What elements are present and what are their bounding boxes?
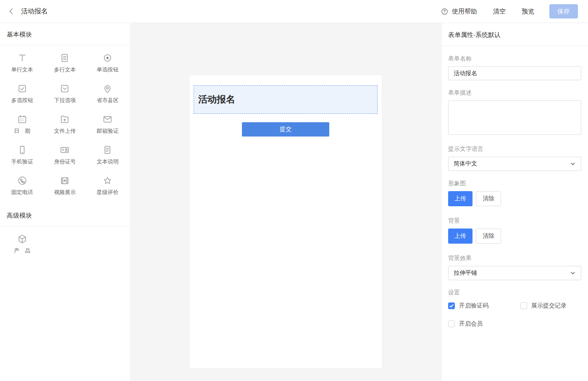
preview-button[interactable]: 预览 [522,8,534,16]
form-name-input[interactable] [448,66,581,80]
calendar-icon [17,114,28,125]
module-item-date[interactable]: 日 期 [1,109,44,139]
module-label: 单行文本 [11,66,33,74]
back-icon[interactable] [7,7,16,16]
submit-button[interactable]: 提交 [242,122,329,137]
module-label: 星级评价 [97,189,118,196]
question-circle-icon [441,8,449,16]
form-name-group: 表单名称 [448,55,581,80]
language-group: 提示文字语言 简体中文 [448,145,581,171]
module-item-product[interactable]: 产 品 [1,229,44,259]
module-label: 邮箱验证 [97,127,118,135]
video-icon [59,175,70,186]
module-label: 多选按钮 [11,97,33,104]
form-title-text: 活动报名 [198,93,235,106]
setting-checkbox-2[interactable]: 开启会员 [448,320,520,328]
module-item-email-verify[interactable]: 邮箱验证 [86,109,129,139]
language-select[interactable]: 简体中文 [448,157,581,171]
module-item-radio-button[interactable]: 单选按钮 [86,47,129,78]
help-button[interactable]: 使用帮助 [441,8,477,16]
module-item-region[interactable]: 省市县区 [86,78,129,109]
form-title-block-selected[interactable]: 活动报名 [194,85,378,114]
dropdown-icon [59,83,70,94]
module-item-id-number[interactable]: 身份证号 [44,139,87,170]
setting-checkbox-0[interactable]: 开启验证码 [448,302,520,310]
topbar-left: 活动报名 [7,7,48,16]
clear-button[interactable]: 清空 [493,8,506,16]
module-item-file-upload[interactable]: 文件上传 [44,109,87,139]
image-group: 形象图 上传 清除 [448,180,581,206]
setting-checkbox-1[interactable]: 展示提交记录 [520,302,581,310]
topbar-actions: 使用帮助 清空 预览 保存 [441,4,578,18]
image-upload-button[interactable]: 上传 [448,191,472,206]
mobile-phone-icon [17,145,28,155]
envelope-icon [102,114,113,125]
module-label: 单选按钮 [97,66,118,74]
checkbox-icon [17,83,28,94]
form-desc-group: 表单描述 [448,89,581,137]
background-upload-button[interactable]: 上传 [448,229,472,244]
cube-icon [17,234,28,244]
module-item-text-note[interactable]: 文本说明 [86,139,129,170]
module-item-single-line-text[interactable]: 单行文本 [1,47,44,78]
module-label: 下拉选项 [54,97,76,104]
setting-checkbox-label: 开启验证码 [459,302,488,310]
document-icon [102,145,113,155]
bg-effect-select[interactable]: 拉伸平铺 [448,266,581,280]
location-pin-icon [102,83,113,94]
setting-checkbox-label: 展示提交记录 [531,302,567,310]
bg-effect-label: 背景效果 [448,255,581,262]
module-label: 固定电话 [11,189,33,196]
telephone-icon [17,175,28,186]
basic-modules-grid: 单行文本多行文本单选按钮多选按钮下拉选项省市县区日 期文件上传邮箱验证手机验证身… [0,45,130,204]
checkbox-checked-icon[interactable] [448,302,455,309]
form-name-label: 表单名称 [448,55,581,63]
module-item-dropdown[interactable]: 下拉选项 [44,78,87,109]
basic-modules-heading: 基本模块 [0,23,130,45]
chevron-down-icon [570,270,576,276]
module-label: 日 期 [14,127,30,135]
module-item-telephone[interactable]: 固定电话 [1,170,44,201]
properties-panel: 表单属性-系统默认 表单名称 表单描述 提示文字语言 简体中文 形象图 上传 清… [441,23,588,381]
settings-group: 设置 开启验证码展示提交记录开启会员 [448,289,581,328]
checkbox-unchecked-icon[interactable] [448,321,455,327]
module-label: 手机验证 [11,158,33,166]
module-item-mobile-verify[interactable]: 手机验证 [1,139,44,170]
module-item-star-rating[interactable]: 星级评价 [86,170,129,201]
language-label: 提示文字语言 [448,145,581,153]
image-label: 形象图 [448,180,581,187]
form-desc-textarea[interactable] [448,100,581,135]
module-item-checkbox[interactable]: 多选按钮 [1,78,44,109]
star-icon [102,175,113,186]
radio-icon [102,53,113,63]
module-label: 多行文本 [54,66,76,74]
module-sidebar: 基本模块 单行文本多行文本单选按钮多选按钮下拉选项省市县区日 期文件上传邮箱验证… [0,23,130,381]
language-select-value: 简体中文 [454,160,477,168]
setting-checkbox-label: 开启会员 [459,320,483,328]
bg-effect-group: 背景效果 拉伸平铺 [448,255,581,280]
module-label: 视频展示 [54,189,76,196]
form-preview-card: 活动报名 提交 [189,75,382,369]
background-clear-button[interactable]: 清除 [476,229,501,244]
chevron-down-icon [570,161,576,167]
page-title: 活动报名 [21,7,48,16]
module-item-multi-line-text[interactable]: 多行文本 [44,47,87,78]
multi-line-text-icon [59,53,70,63]
module-label: 省市县区 [97,97,118,104]
image-clear-button[interactable]: 清除 [476,191,501,206]
settings-label: 设置 [448,289,581,297]
checkbox-unchecked-icon[interactable] [520,302,527,309]
form-canvas: 活动报名 提交 [131,23,441,381]
settings-checkbox-grid: 开启验证码展示提交记录开启会员 [448,302,581,328]
properties-panel-title: 表单属性-系统默认 [441,23,588,46]
module-label: 文本说明 [97,158,118,166]
folder-upload-icon [59,114,70,125]
bg-effect-select-value: 拉伸平铺 [454,269,477,277]
module-label: 身份证号 [54,158,76,166]
background-label: 背景 [448,217,581,225]
advanced-modules-heading: 高级模块 [0,204,130,226]
properties-body: 表单名称 表单描述 提示文字语言 简体中文 形象图 上传 清除 背景 [441,46,588,328]
save-button[interactable]: 保存 [549,4,578,18]
module-label: 产 品 [14,247,30,255]
module-item-video-display[interactable]: 视频展示 [44,170,87,201]
